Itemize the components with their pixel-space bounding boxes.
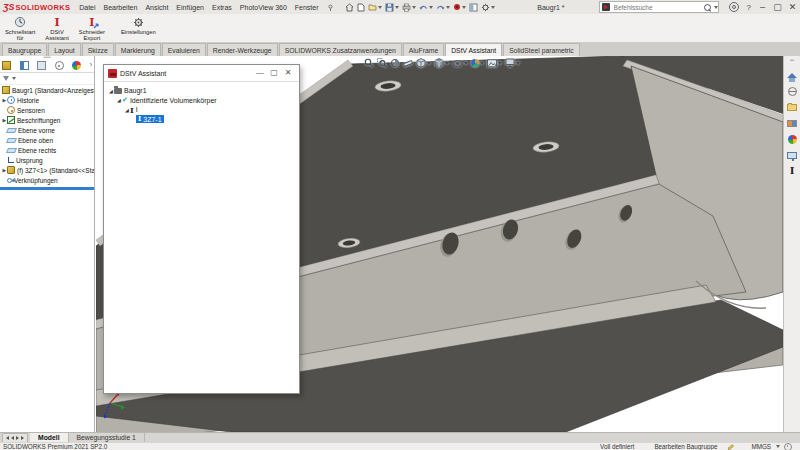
settings-button[interactable]: Einstellungen xyxy=(118,15,159,36)
hide-show-icon[interactable] xyxy=(452,59,468,68)
tab-skizze[interactable]: Skizze xyxy=(82,43,114,56)
rebuild-icon[interactable] xyxy=(453,3,466,11)
menu-extras[interactable]: Extras xyxy=(208,4,236,11)
dialog-tree-item-3z7-1[interactable]: I 3Z7-1 xyxy=(104,115,299,125)
dialog-tree-item-volumenkoerper[interactable]: ◢ Identifizierte Volumenkörper xyxy=(104,96,299,106)
tree-item-ursprung[interactable]: Ursprung xyxy=(0,155,94,165)
maximize-button[interactable]: ▢ xyxy=(770,0,785,14)
tree-filter[interactable] xyxy=(0,73,94,85)
search-input[interactable] xyxy=(612,3,704,12)
undo-icon[interactable] xyxy=(419,3,433,11)
home-icon[interactable] xyxy=(345,3,354,12)
dimxpert-icon[interactable] xyxy=(55,61,64,70)
property-manager-icon[interactable] xyxy=(20,61,29,70)
tab-solidsteel-parametric[interactable]: SolidSteel parametric xyxy=(503,43,580,56)
tab-baugruppe[interactable]: Baugruppe xyxy=(2,43,47,56)
options-gear-icon[interactable] xyxy=(481,3,495,12)
tab-dstv-assistant[interactable]: DStV Assistant xyxy=(445,43,502,56)
tab-scroll-controls[interactable] xyxy=(2,433,28,443)
rollback-bar[interactable] xyxy=(0,187,94,190)
appearances-icon[interactable] xyxy=(787,134,798,145)
tree-item-ebene-vorne[interactable]: Ebene vorne xyxy=(0,125,94,135)
design-library-icon[interactable] xyxy=(787,102,798,113)
view-orientation-icon[interactable] xyxy=(416,58,431,68)
tab-evaluieren[interactable]: Evaluieren xyxy=(162,43,206,56)
tab-solidworks-zusatzanwendungen[interactable]: SOLIDWORKS Zusatzanwendungen xyxy=(279,43,402,56)
display-manager-icon[interactable] xyxy=(72,61,81,70)
dialog-minimize-button[interactable]: — xyxy=(253,65,267,81)
tab-aluframe[interactable]: AluFrame xyxy=(403,43,444,56)
tree-item-ebene-rechts[interactable]: Ebene rechts xyxy=(0,145,94,155)
tab-scroll-first-icon[interactable] xyxy=(6,436,9,440)
dialog-close-button[interactable]: ✕ xyxy=(281,65,295,81)
display-style-icon[interactable] xyxy=(469,3,478,12)
menu-einfuegen[interactable]: Einfügen xyxy=(172,4,208,11)
tab-bewegungsstudie[interactable]: Bewegungsstudie 1 xyxy=(69,433,145,442)
graphics-viewport[interactable]: DStV Assistant — ▢ ✕ ◢ Baugr1 ◢ Identifi… xyxy=(96,56,783,432)
status-options-icon[interactable] xyxy=(784,443,792,450)
open-icon[interactable] xyxy=(368,3,382,11)
tab-markierung[interactable]: Markierung xyxy=(115,43,161,56)
tree-item-verknuepfungen[interactable]: Verknüpfungen xyxy=(0,175,94,185)
search-options-caret-icon[interactable] xyxy=(714,6,718,9)
redo-icon[interactable] xyxy=(436,3,450,11)
expand-pane-icon[interactable]: › xyxy=(90,61,92,70)
tree-item-historie[interactable]: ▶Historie xyxy=(0,95,94,105)
tree-item-label: Ebene vorne xyxy=(18,127,55,134)
dialog-tree-item-profile-i[interactable]: ◢ I I xyxy=(104,105,299,115)
menu-ansicht[interactable]: Ansicht xyxy=(141,4,172,11)
solidsteel-profile-icon[interactable]: I xyxy=(787,166,798,177)
schneider-export-button[interactable]: I Schneider Export xyxy=(76,15,108,42)
tree-item-sensoren[interactable]: Sensoren xyxy=(0,105,94,115)
units-label[interactable]: MMGS xyxy=(751,443,771,450)
resources-home-icon[interactable] xyxy=(787,70,798,81)
edit-appearance-icon[interactable] xyxy=(471,59,484,67)
configuration-manager-icon[interactable] xyxy=(37,61,46,70)
menu-photoview[interactable]: PhotoView 360 xyxy=(236,4,291,11)
task-pane-handle[interactable]: •• xyxy=(790,58,794,63)
measure-icon[interactable] xyxy=(403,58,413,68)
print-icon[interactable] xyxy=(402,3,416,12)
save-icon[interactable] xyxy=(385,3,399,12)
dialog-tree-item-baugr1[interactable]: ◢ Baugr1 xyxy=(104,86,299,96)
login-user-icon[interactable] xyxy=(729,2,739,12)
tree-item-3z7-part[interactable]: ▶(f) 3Z7<1> (Standard<<Standard>_ xyxy=(0,165,94,175)
tree-item-baugr1[interactable]: Baugr1 (Standard<Anzeigestatus-1>) xyxy=(0,85,94,95)
section-view-icon[interactable] xyxy=(390,58,400,68)
plane-icon xyxy=(6,128,17,133)
selected-tree-item[interactable]: I 3Z7-1 xyxy=(136,115,164,123)
view-palette-icon[interactable] xyxy=(787,118,798,129)
view-settings-icon[interactable] xyxy=(505,58,520,68)
dialog-maximize-button[interactable]: ▢ xyxy=(267,65,281,81)
tab-modell[interactable]: Modell xyxy=(30,433,69,442)
tab-layout[interactable]: Layout xyxy=(48,43,80,56)
tree-item-ebene-oben[interactable]: Ebene oben xyxy=(0,135,94,145)
menu-fenster[interactable]: Fenster xyxy=(291,4,323,11)
scene-icon[interactable] xyxy=(487,59,502,68)
dstv-assistant-dialog[interactable]: DStV Assistant — ▢ ✕ ◢ Baugr1 ◢ Identifi… xyxy=(103,64,300,394)
dialog-title-bar[interactable]: DStV Assistant — ▢ ✕ xyxy=(104,65,299,81)
search-icon[interactable] xyxy=(704,4,711,11)
tree-item-label: Sensoren xyxy=(17,107,45,114)
forum-globe-icon[interactable] xyxy=(787,86,798,97)
help-button[interactable]: ? xyxy=(747,3,751,12)
menu-bearbeiten[interactable]: Bearbeiten xyxy=(100,4,142,11)
tab-scroll-next-icon[interactable] xyxy=(16,436,19,440)
tab-scroll-prev-icon[interactable] xyxy=(11,436,14,440)
minimize-button[interactable]: – xyxy=(755,0,770,14)
tab-render-werkzeuge[interactable]: Render-Werkzeuge xyxy=(207,43,278,56)
pin-menu-icon[interactable] xyxy=(327,4,334,11)
assembly-manager-icon[interactable] xyxy=(2,61,11,70)
tab-scroll-last-icon[interactable] xyxy=(21,436,24,440)
custom-properties-icon[interactable] xyxy=(787,150,798,161)
menu-datei[interactable]: Datei xyxy=(75,4,99,11)
edit-assembly-icon[interactable] xyxy=(727,443,735,450)
zoom-fit-icon[interactable] xyxy=(364,58,374,68)
display-style-icon[interactable] xyxy=(434,58,449,68)
close-button[interactable]: ✕ xyxy=(785,0,800,14)
new-document-icon[interactable] xyxy=(357,3,365,12)
units-caret-icon[interactable] xyxy=(776,445,780,448)
tree-item-beschriftungen[interactable]: ▶Beschriftungen xyxy=(0,115,94,125)
zoom-area-icon[interactable] xyxy=(377,58,387,68)
command-search[interactable] xyxy=(599,1,719,13)
